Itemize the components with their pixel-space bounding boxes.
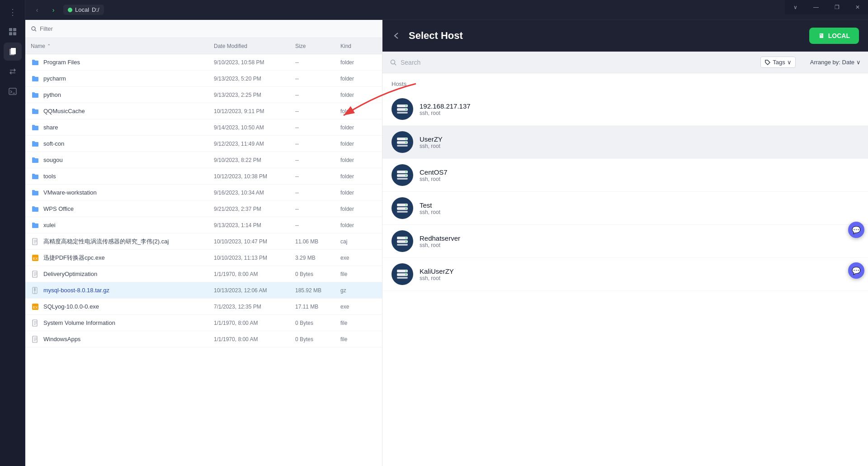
search-bar: Tags ∨ Arrange by: Date ∨ <box>382 52 868 73</box>
arrange-button[interactable]: Arrange by: Date ∨ <box>810 59 861 66</box>
file-size: 0 Bytes <box>295 271 340 277</box>
search-icon <box>31 26 37 32</box>
host-list-item[interactable]: 192.168.217.137 ssh, root <box>382 93 868 126</box>
host-topbar: Select Host 🖥 LOCAL <box>382 20 868 52</box>
sidebar-item-transfer[interactable] <box>4 62 22 81</box>
table-row[interactable]: DeliveryOptimization 1/1/1970, 8:00 AM 0… <box>25 266 382 282</box>
local-icon: 🖥 <box>818 32 825 39</box>
header-kind[interactable]: Kind <box>340 43 377 49</box>
file-kind: exe <box>340 255 377 261</box>
host-info: UserZY ssh, root <box>420 135 443 149</box>
folder-icon <box>31 156 39 164</box>
float-chat-button-2[interactable]: 💬 <box>848 262 864 279</box>
table-row[interactable]: soft-con 9/12/2023, 11:49 AM -- folder <box>25 136 382 152</box>
header-name[interactable]: Name ⌃ <box>31 43 214 49</box>
sidebar-item-files[interactable] <box>4 43 22 61</box>
host-avatar <box>392 197 413 219</box>
window-controls: ∨ — ❐ ✕ <box>785 0 868 14</box>
host-list-item[interactable]: CentOS7 ssh, root <box>382 159 868 192</box>
file-type-icon <box>31 286 40 295</box>
back-button[interactable] <box>392 31 401 41</box>
file-panel: Filter Name ⌃ Date Modified Size Kind Pr… <box>25 20 382 466</box>
table-row[interactable]: share 9/14/2023, 10:50 AM -- folder <box>25 119 382 136</box>
table-row[interactable]: sougou 9/10/2023, 8:22 PM -- folder <box>25 152 382 168</box>
topbar: ‹ › Local D:/ Actions ∨ <box>25 0 868 20</box>
table-row[interactable]: python 9/13/2023, 2:25 PM -- folder <box>25 87 382 103</box>
file-date: 9/13/2023, 1:14 PM <box>214 222 295 228</box>
file-size: 0 Bytes <box>295 320 340 326</box>
nav-back-button[interactable]: ‹ <box>31 4 43 16</box>
host-name: CentOS7 <box>420 168 448 176</box>
host-avatar <box>392 131 413 153</box>
host-name: Redhatserver <box>420 234 460 242</box>
file-type-icon <box>31 188 40 197</box>
table-row[interactable]: xulei 9/13/2023, 1:14 PM -- folder <box>25 217 382 233</box>
table-row[interactable]: EX 迅捷PDF转换器cpc.exe 10/10/2023, 11:13 PM … <box>25 250 382 266</box>
sidebar-menu-dots[interactable]: ⋮ <box>5 4 20 21</box>
file-name: DeliveryOptimization <box>43 271 214 277</box>
host-list-item[interactable]: Test ssh, root <box>382 192 868 225</box>
table-row[interactable]: pycharm 9/13/2023, 5:20 PM -- folder <box>25 71 382 87</box>
file-type-icon <box>31 270 40 279</box>
file-kind: folder <box>340 222 377 228</box>
host-list-item[interactable]: Redhatserver ssh, root <box>382 225 868 258</box>
file-size: -- <box>295 141 340 147</box>
float-chat-button-1[interactable]: 💬 <box>848 222 864 238</box>
server-icon <box>396 169 409 181</box>
table-row[interactable]: tools 10/12/2023, 10:38 PM -- folder <box>25 168 382 185</box>
local-button[interactable]: 🖥 LOCAL <box>809 28 859 44</box>
maximize-button[interactable]: ❐ <box>826 0 847 14</box>
tags-button[interactable]: Tags ∨ <box>760 57 795 68</box>
table-row[interactable]: 高精度高稳定性电涡流传感器的研究_李伟(2).caj 10/10/2023, 1… <box>25 233 382 250</box>
hosts-section-label: Hosts <box>382 81 868 93</box>
grid-icon <box>8 27 17 36</box>
folder-icon <box>31 172 39 181</box>
collapse-button[interactable]: ∨ <box>785 0 806 14</box>
file-kind: file <box>340 336 377 342</box>
search-input[interactable] <box>401 59 577 66</box>
back-arrow-icon <box>392 31 401 41</box>
sidebar-item-grid[interactable] <box>4 23 22 41</box>
location-path: D:/ <box>92 6 99 13</box>
file-name: VMware-workstation <box>43 189 214 196</box>
folder-icon <box>31 75 39 83</box>
host-list-item[interactable]: KaliUserZY ssh, root <box>382 258 868 291</box>
svg-rect-42 <box>397 244 408 246</box>
table-row[interactable]: WindowsApps 1/1/1970, 8:00 AM 0 Bytes fi… <box>25 331 382 347</box>
table-row[interactable]: WPS Office 9/21/2023, 2:37 PM -- folder <box>25 201 382 217</box>
file-date: 9/10/2023, 8:22 PM <box>214 157 295 163</box>
minimize-button[interactable]: — <box>806 0 826 14</box>
file-size: 3.29 MB <box>295 255 340 261</box>
file-type-icon <box>31 156 40 165</box>
close-button[interactable]: ✕ <box>847 0 868 14</box>
host-info: KaliUserZY ssh, root <box>420 267 454 281</box>
file-type-icon <box>31 123 40 132</box>
sidebar-item-terminal[interactable] <box>4 82 22 100</box>
table-row[interactable]: mysql-boost-8.0.18.tar.gz 10/13/2023, 12… <box>25 282 382 299</box>
filter-bar: Filter <box>25 20 382 38</box>
file-type-icon: EX <box>31 302 40 311</box>
tags-arrow-icon: ∨ <box>787 59 792 66</box>
doc-icon <box>32 336 39 343</box>
folder-icon <box>31 124 39 132</box>
nav-forward-button[interactable]: › <box>47 4 60 16</box>
header-date[interactable]: Date Modified <box>214 43 295 49</box>
table-row[interactable]: QQMusicCache 10/12/2023, 9:11 PM -- fold… <box>25 103 382 119</box>
table-row[interactable]: Program Files 9/10/2023, 10:58 PM -- fol… <box>25 54 382 71</box>
host-info: CentOS7 ssh, root <box>420 168 448 182</box>
table-row[interactable]: VMware-workstation 9/16/2023, 10:34 AM -… <box>25 185 382 201</box>
header-size[interactable]: Size <box>295 43 340 49</box>
file-type-icon <box>31 204 40 214</box>
filter-label: Filter <box>40 25 53 32</box>
host-sub: ssh, root <box>420 275 454 281</box>
svg-text:EX: EX <box>33 257 38 261</box>
file-size: -- <box>295 206 340 212</box>
file-name: python <box>43 91 214 98</box>
file-kind: exe <box>340 304 377 310</box>
table-row[interactable]: EX SQLyog-10.0.0-0.exe 7/1/2023, 12:35 P… <box>25 299 382 315</box>
location-indicator[interactable]: Local D:/ <box>63 5 104 15</box>
host-list-item[interactable]: UserZY ssh, root <box>382 126 868 159</box>
svg-point-44 <box>406 271 407 272</box>
svg-point-26 <box>406 142 407 143</box>
table-row[interactable]: System Volume Information 1/1/1970, 8:00… <box>25 315 382 331</box>
